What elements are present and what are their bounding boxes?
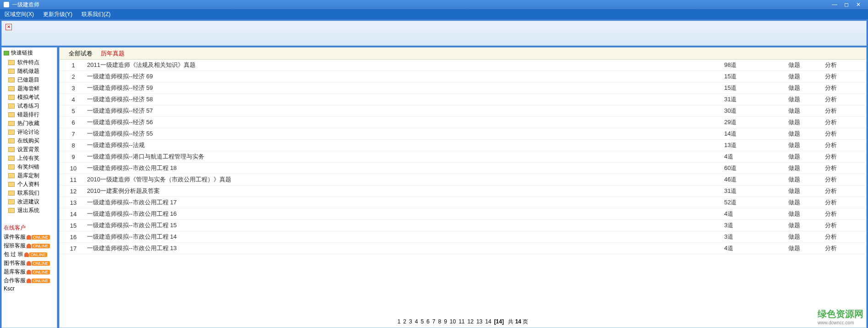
sidebar-item[interactable]: 题库定制: [8, 171, 57, 180]
analyze-link[interactable]: 分析: [825, 164, 862, 172]
do-link[interactable]: 做题: [788, 61, 825, 69]
page-link[interactable]: 14: [485, 318, 491, 325]
minimize-button[interactable]: —: [829, 1, 841, 8]
analyze-link[interactable]: 分析: [825, 118, 862, 126]
analyze-link[interactable]: 分析: [825, 210, 862, 218]
sidebar-item[interactable]: 软件特点: [8, 58, 57, 67]
sidebar-item[interactable]: 联系我们: [8, 189, 57, 197]
page-link[interactable]: 8: [438, 318, 441, 325]
row-title[interactable]: 一级建造师模拟--市政公用工程 18: [82, 164, 724, 172]
row-title[interactable]: 一级建造师模拟--市政公用工程 17: [82, 198, 724, 207]
do-link[interactable]: 做题: [788, 164, 825, 172]
toolbar-close-icon[interactable]: ✕: [5, 24, 12, 30]
do-link[interactable]: 做题: [788, 153, 825, 161]
sidebar-item[interactable]: 退出系统: [8, 206, 57, 215]
row-title[interactable]: 一级建造师模拟--法规: [82, 141, 724, 149]
row-title[interactable]: 2011一级建造师《法规及相关知识》真题: [82, 61, 724, 69]
page-link[interactable]: 7: [432, 318, 436, 325]
do-link[interactable]: 做题: [788, 210, 825, 218]
page-link[interactable]: 12: [468, 318, 474, 325]
maximize-button[interactable]: ◻: [841, 1, 852, 8]
row-title[interactable]: 一级建造师模拟--经济 58: [82, 95, 724, 104]
sidebar-item[interactable]: 在线购买: [8, 137, 57, 145]
analyze-link[interactable]: 分析: [825, 95, 862, 104]
do-link[interactable]: 做题: [788, 107, 825, 115]
analyze-link[interactable]: 分析: [825, 233, 862, 241]
sidebar-item[interactable]: 错题排行: [8, 110, 57, 119]
row-title[interactable]: 一级建造师模拟--经济 59: [82, 84, 724, 92]
do-link[interactable]: 做题: [788, 221, 825, 230]
sidebar-item[interactable]: 随机做题: [8, 67, 57, 76]
sidebar-header[interactable]: 快速链接: [2, 48, 57, 58]
do-link[interactable]: 做题: [788, 130, 825, 138]
page-link[interactable]: 3: [409, 318, 412, 325]
cs-item[interactable]: 题库客服ONLINE: [2, 268, 57, 276]
sidebar-item[interactable]: 已做题目: [8, 76, 57, 84]
sidebar-item[interactable]: 有奖纠错: [8, 163, 57, 171]
analyze-link[interactable]: 分析: [825, 221, 862, 230]
do-link[interactable]: 做题: [788, 72, 825, 81]
sidebar-item[interactable]: 设置背景: [8, 145, 57, 154]
analyze-link[interactable]: 分析: [825, 72, 862, 81]
page-link[interactable]: 1: [398, 318, 401, 325]
page-link[interactable]: 10: [450, 318, 456, 325]
analyze-link[interactable]: 分析: [825, 244, 862, 252]
sidebar-item[interactable]: 评论讨论: [8, 128, 57, 137]
cs-item[interactable]: 包 过 班ONLINE: [2, 250, 57, 259]
do-link[interactable]: 做题: [788, 244, 825, 252]
analyze-link[interactable]: 分析: [825, 198, 862, 207]
analyze-link[interactable]: 分析: [825, 107, 862, 115]
tab-real[interactable]: 历年真题: [101, 49, 125, 58]
do-link[interactable]: 做题: [788, 175, 825, 184]
row-title[interactable]: 一级建造师模拟--经济 56: [82, 118, 724, 126]
row-title[interactable]: 一级建造师模拟--市政公用工程 13: [82, 244, 724, 252]
cs-item[interactable]: 合作客服ONLINE: [2, 276, 57, 285]
analyze-link[interactable]: 分析: [825, 130, 862, 138]
page-link[interactable]: 11: [459, 318, 464, 325]
row-title[interactable]: 一级建造师模拟--市政公用工程 14: [82, 233, 724, 241]
cs-item[interactable]: 图书客服ONLINE: [2, 259, 57, 268]
cs-item[interactable]: Kscr: [2, 285, 57, 292]
menu-area[interactable]: 区域空间(X): [5, 11, 34, 18]
do-link[interactable]: 做题: [788, 141, 825, 149]
sidebar-item[interactable]: 模拟考试: [8, 93, 57, 102]
row-title[interactable]: 一级建造师模拟--市政公用工程 15: [82, 221, 724, 230]
sidebar-item[interactable]: 试卷练习: [8, 102, 57, 110]
row-title[interactable]: 2010一级建造师《管理与实务（市政公用工程）》真题: [82, 175, 724, 184]
page-link[interactable]: 6: [426, 318, 430, 325]
do-link[interactable]: 做题: [788, 233, 825, 241]
analyze-link[interactable]: 分析: [825, 141, 862, 149]
analyze-link[interactable]: 分析: [825, 153, 862, 161]
analyze-link[interactable]: 分析: [825, 84, 862, 92]
do-link[interactable]: 做题: [788, 118, 825, 126]
sidebar-item[interactable]: 改进建议: [8, 197, 57, 206]
page-link[interactable]: 9: [444, 318, 447, 325]
page-link[interactable]: 2: [403, 318, 406, 325]
page-link[interactable]: 13: [476, 318, 482, 325]
row-title[interactable]: 一级建造师模拟--经济 55: [82, 130, 724, 138]
page-link[interactable]: 4: [415, 318, 418, 325]
page-link[interactable]: 5: [420, 318, 424, 325]
analyze-link[interactable]: 分析: [825, 175, 862, 184]
sidebar-item[interactable]: 上传有奖: [8, 154, 57, 163]
row-title[interactable]: 一级建造师模拟--经济 57: [82, 107, 724, 115]
sidebar-item[interactable]: 个人资料: [8, 180, 57, 189]
close-button[interactable]: ✕: [852, 1, 864, 8]
do-link[interactable]: 做题: [788, 84, 825, 92]
row-title[interactable]: 一级建造师模拟--市政公用工程 16: [82, 210, 724, 218]
menu-contact[interactable]: 联系我们(Z): [82, 11, 110, 18]
sidebar-item[interactable]: 热门收藏: [8, 119, 57, 128]
cs-item[interactable]: 报班客服ONLINE: [2, 241, 57, 250]
do-link[interactable]: 做题: [788, 198, 825, 207]
tab-all[interactable]: 全部试卷: [69, 49, 93, 58]
row-title[interactable]: 一级建造师模拟--港口与航道工程管理与实务: [82, 153, 724, 161]
do-link[interactable]: 做题: [788, 95, 825, 104]
analyze-link[interactable]: 分析: [825, 61, 862, 69]
cs-item[interactable]: 课件客服ONLINE: [2, 233, 57, 241]
row-title[interactable]: 一级建造师模拟--经济 69: [82, 72, 724, 81]
sidebar-item[interactable]: 题海尝鲜: [8, 84, 57, 93]
row-title[interactable]: 2010一建案例分析题及答案: [82, 187, 724, 195]
menu-update[interactable]: 更新升级(Y): [43, 11, 72, 18]
analyze-link[interactable]: 分析: [825, 187, 862, 195]
do-link[interactable]: 做题: [788, 187, 825, 195]
